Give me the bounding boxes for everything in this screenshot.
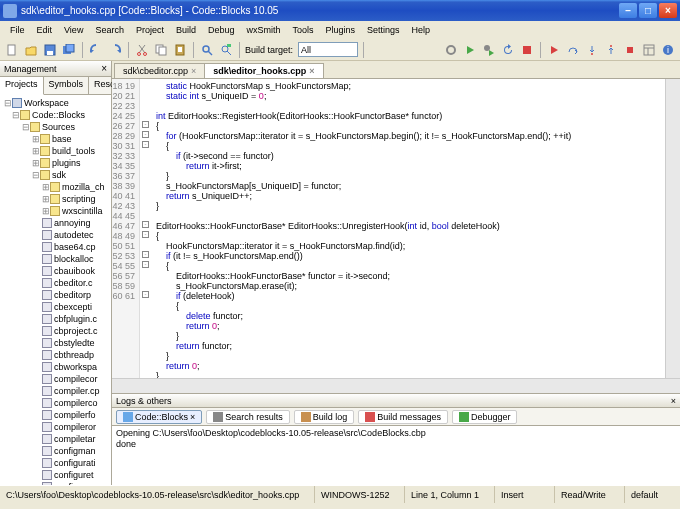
tree-item[interactable]: cbworkspa <box>2 361 109 373</box>
build-icon[interactable] <box>443 42 459 58</box>
menu-view[interactable]: View <box>58 23 89 37</box>
copy-icon[interactable] <box>153 42 169 58</box>
undo-icon[interactable] <box>88 42 104 58</box>
svg-point-6 <box>144 52 147 55</box>
maximize-button[interactable]: □ <box>639 3 657 18</box>
tree-item[interactable]: configuret <box>2 469 109 481</box>
status-position: Line 1, Column 1 <box>405 486 495 503</box>
fold-column[interactable]: -------------- <box>140 79 152 378</box>
horizontal-scrollbar[interactable] <box>112 378 680 393</box>
info-icon[interactable]: i <box>660 42 676 58</box>
menu-build[interactable]: Build <box>170 23 202 37</box>
step-over-icon[interactable] <box>565 42 581 58</box>
tree-item[interactable]: cbeditor.c <box>2 277 109 289</box>
tree-item[interactable]: ⊟Code::Blocks <box>2 109 109 121</box>
tab-close-icon[interactable]: × <box>191 66 196 76</box>
tree-item[interactable]: compilerco <box>2 397 109 409</box>
tab-close-icon[interactable]: × <box>309 66 314 76</box>
editor-tab[interactable]: sdk\editor_hooks.cpp× <box>204 63 323 78</box>
menu-edit[interactable]: Edit <box>31 23 59 37</box>
mgmt-tab-projects[interactable]: Projects <box>0 77 44 95</box>
build-run-icon[interactable] <box>481 42 497 58</box>
tree-item[interactable]: cbthreadp <box>2 349 109 361</box>
tree-item[interactable]: cbeditorp <box>2 289 109 301</box>
replace-icon[interactable] <box>218 42 234 58</box>
tree-item[interactable]: ⊟Workspace <box>2 97 109 109</box>
toolbar: Build target: i <box>0 39 680 61</box>
tab-close-icon[interactable]: × <box>190 412 195 422</box>
logs-close-icon[interactable]: × <box>671 396 676 406</box>
tree-item[interactable]: ⊞build_tools <box>2 145 109 157</box>
find-icon[interactable] <box>199 42 215 58</box>
editor-tab[interactable]: sdk\cbeditor.cpp× <box>114 63 205 78</box>
tree-item[interactable]: cbauibook <box>2 265 109 277</box>
tree-item[interactable]: ⊞wxscintilla <box>2 205 109 217</box>
menu-settings[interactable]: Settings <box>361 23 406 37</box>
close-button[interactable]: × <box>659 3 677 18</box>
project-tree[interactable]: ⊟Workspace⊟Code::Blocks⊟Sources⊞base⊞bui… <box>0 95 111 485</box>
tree-item[interactable]: autodetec <box>2 229 109 241</box>
tree-item[interactable]: configurati <box>2 457 109 469</box>
tree-item[interactable]: ⊞plugins <box>2 157 109 169</box>
new-file-icon[interactable] <box>4 42 20 58</box>
log-tab[interactable]: Build log <box>294 410 355 424</box>
open-icon[interactable] <box>23 42 39 58</box>
tree-item[interactable]: confirmrep <box>2 481 109 485</box>
menubar: FileEditViewSearchProjectBuildDebugwxSmi… <box>0 21 680 39</box>
tree-item[interactable]: compiletar <box>2 433 109 445</box>
tree-item[interactable]: annoying <box>2 217 109 229</box>
step-into-icon[interactable] <box>584 42 600 58</box>
tree-item[interactable]: base64.cp <box>2 241 109 253</box>
debug-windows-icon[interactable] <box>641 42 657 58</box>
tree-item[interactable]: ⊟sdk <box>2 169 109 181</box>
tree-item[interactable]: cbfplugin.c <box>2 313 109 325</box>
menu-plugins[interactable]: Plugins <box>320 23 362 37</box>
tree-item[interactable]: compileror <box>2 421 109 433</box>
vertical-scrollbar[interactable] <box>665 79 680 378</box>
menu-tools[interactable]: Tools <box>287 23 320 37</box>
run-icon[interactable] <box>462 42 478 58</box>
log-tab[interactable]: Build messages <box>358 410 448 424</box>
paste-icon[interactable] <box>172 42 188 58</box>
menu-search[interactable]: Search <box>89 23 130 37</box>
svg-rect-25 <box>365 412 375 422</box>
abort-icon[interactable] <box>519 42 535 58</box>
tree-item[interactable]: cbstyledte <box>2 337 109 349</box>
log-content[interactable]: Opening C:\Users\foo\Desktop\codeblocks-… <box>112 426 680 485</box>
build-target-select[interactable] <box>298 42 358 57</box>
tree-item[interactable]: ⊞scripting <box>2 193 109 205</box>
log-tab[interactable]: Code::Blocks × <box>116 410 202 424</box>
management-close-icon[interactable]: × <box>101 63 107 74</box>
tree-item[interactable]: compiler.cp <box>2 385 109 397</box>
menu-wxsmith[interactable]: wxSmith <box>240 23 286 37</box>
cut-icon[interactable] <box>134 42 150 58</box>
save-all-icon[interactable] <box>61 42 77 58</box>
rebuild-icon[interactable] <box>500 42 516 58</box>
menu-help[interactable]: Help <box>406 23 437 37</box>
minimize-button[interactable]: – <box>619 3 637 18</box>
debug-icon[interactable] <box>546 42 562 58</box>
tree-item[interactable]: configman <box>2 445 109 457</box>
tree-item[interactable]: compilerfo <box>2 409 109 421</box>
menu-file[interactable]: File <box>4 23 31 37</box>
tree-item[interactable]: ⊟Sources <box>2 121 109 133</box>
tree-item[interactable]: ⊞mozilla_ch <box>2 181 109 193</box>
menu-project[interactable]: Project <box>130 23 170 37</box>
log-tab[interactable]: Debugger <box>452 410 518 424</box>
code-text[interactable]: static HookFunctorsMap s_HookFunctorsMap… <box>152 79 665 378</box>
tree-item[interactable]: cbproject.c <box>2 325 109 337</box>
menu-debug[interactable]: Debug <box>202 23 241 37</box>
save-icon[interactable] <box>42 42 58 58</box>
tree-item[interactable]: cbexcepti <box>2 301 109 313</box>
log-tab[interactable]: Search results <box>206 410 290 424</box>
mgmt-tab-symbols[interactable]: Symbols <box>44 77 90 94</box>
redo-icon[interactable] <box>107 42 123 58</box>
step-out-icon[interactable] <box>603 42 619 58</box>
status-encoding: WINDOWS-1252 <box>315 486 405 503</box>
code-editor[interactable]: 18 19 20 21 22 23 24 25 26 27 28 29 30 3… <box>112 79 680 378</box>
tree-item[interactable]: blockalloc <box>2 253 109 265</box>
tree-item[interactable]: compilecor <box>2 373 109 385</box>
tree-item[interactable]: ⊞base <box>2 133 109 145</box>
stop-debug-icon[interactable] <box>622 42 638 58</box>
statusbar: C:\Users\foo\Desktop\codeblocks-10.05-re… <box>0 485 680 503</box>
